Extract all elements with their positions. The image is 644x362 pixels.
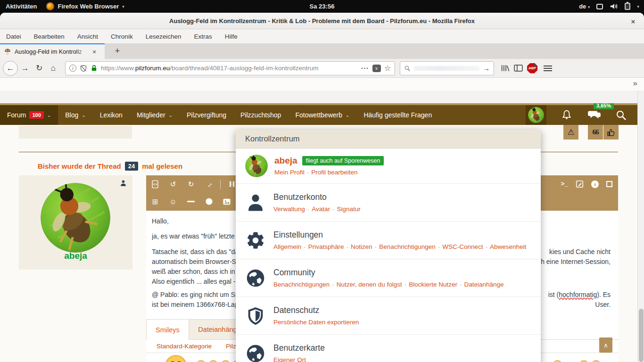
link-signatur[interactable]: Signatur: [337, 206, 361, 213]
link-notizen[interactable]: Notizen: [351, 243, 372, 250]
sidebar-icon[interactable]: [514, 64, 523, 72]
bookmark-star-icon[interactable]: ☆: [384, 64, 391, 73]
menu-chronik[interactable]: Chronik: [111, 33, 133, 40]
bookmarks-overflow-icon[interactable]: »: [633, 79, 637, 88]
new-tab-button[interactable]: +: [111, 45, 124, 57]
conversations-icon[interactable]: 3,65%: [587, 108, 601, 122]
search-input[interactable]: [413, 66, 480, 71]
maximize-editor-icon[interactable]: ↔: [200, 180, 218, 188]
link-daten-exportieren[interactable]: Persönliche Daten exportieren: [273, 319, 359, 326]
smiley-grin-book[interactable]: [163, 354, 189, 362]
link-allgemein[interactable]: Allgemein: [273, 243, 301, 250]
link-blockierte-nutzer[interactable]: Blockierte Nutzer: [409, 281, 457, 288]
report-post-button[interactable]: ⚠: [563, 125, 578, 140]
nav-item-mitglieder[interactable]: Mitglieder⌄: [130, 105, 180, 125]
link-abwesenheit[interactable]: Abwesenheit: [490, 243, 526, 250]
reload-button[interactable]: ↻: [32, 61, 46, 75]
page-info-icon[interactable]: i: [69, 65, 76, 72]
nav-item-faq[interactable]: Häufig gestellte Fragen: [356, 105, 439, 125]
link-nutzer-folgst[interactable]: Nutzer, denen du folgst: [337, 281, 402, 288]
active-tab[interactable]: Auslogg-Feld im Kontrollz ×: [0, 43, 105, 59]
scrollbar-thumb[interactable]: [639, 309, 644, 362]
smiley-face-open[interactable]: [578, 360, 589, 362]
redo-icon[interactable]: ↻: [182, 180, 200, 189]
user-avatar-menu[interactable]: [526, 105, 546, 125]
menu-lesezeichen[interactable]: Lesezeichen: [146, 33, 182, 40]
editor-info-icon[interactable]: i: [591, 181, 599, 188]
user-avatar[interactable]: [245, 155, 268, 177]
menu-hilfe[interactable]: Hilfe: [225, 33, 238, 40]
smiley-face[interactable]: [208, 360, 219, 362]
like-post-button[interactable]: [603, 125, 619, 140]
screen-icon[interactable]: [596, 4, 603, 9]
window-titlebar[interactable]: Auslogg-Feld im Kontrollzentrum - Kritik…: [0, 13, 644, 29]
nav-item-forum[interactable]: Forum 100 ⌄: [0, 105, 58, 125]
category-standard[interactable]: Standard-Kategorie: [157, 343, 212, 350]
page-actions-icon[interactable]: ···: [361, 65, 369, 72]
smiley-face[interactable]: [220, 360, 231, 362]
notifications-bell-icon[interactable]: [561, 109, 573, 121]
undo-icon[interactable]: ↺: [164, 180, 182, 189]
forward-button[interactable]: →: [18, 61, 32, 75]
author-avatar[interactable]: [41, 183, 110, 253]
menu-extras[interactable]: Extras: [194, 33, 212, 40]
edit-draft-icon[interactable]: [576, 180, 584, 188]
source-code-icon[interactable]: [146, 180, 164, 189]
link-profil-bearbeiten[interactable]: Profil bearbeiten: [311, 169, 357, 176]
link-benachrichtigungen-community[interactable]: Benachrichtigungen: [273, 281, 330, 288]
site-search-icon[interactable]: [615, 109, 627, 121]
smiley-face-blush[interactable]: [591, 360, 602, 362]
nav-item-pilzvergiftung[interactable]: Pilzvergiftung: [180, 105, 233, 125]
smiley-face[interactable]: [196, 360, 206, 362]
system-menu-caret-icon[interactable]: ▾: [637, 4, 639, 9]
insert-smiley-icon[interactable]: ☺: [164, 197, 182, 206]
fullscreen-box-icon[interactable]: [606, 181, 612, 187]
home-button[interactable]: ⌂: [46, 61, 60, 75]
terminal-bbcode-icon[interactable]: >_: [561, 181, 568, 188]
search-bar[interactable]: →: [400, 61, 494, 75]
volume-icon[interactable]: [610, 3, 618, 10]
quote-post-button[interactable]: 66: [588, 125, 603, 140]
browser-scrollbar[interactable]: [637, 90, 644, 362]
clock[interactable]: Sa 23:56: [0, 3, 644, 10]
section-benutzerkarte: Benutzerkarte Eigener Ort: [236, 334, 541, 362]
smiley-cross[interactable]: ×: [541, 359, 546, 362]
menu-ansicht[interactable]: Ansicht: [77, 33, 98, 40]
library-icon[interactable]: [501, 64, 510, 72]
url-bar[interactable]: i https://www.pilzforum.eu/board/thread/…: [65, 61, 395, 75]
author-username[interactable]: abeja: [19, 251, 132, 261]
insert-link-icon[interactable]: [200, 197, 218, 206]
link-wsc-connect[interactable]: WSC-Connect: [442, 243, 483, 250]
window-close-button[interactable]: ×: [628, 16, 638, 26]
menu-datei[interactable]: Datei: [6, 33, 21, 40]
tab-smileys[interactable]: Smileys: [146, 319, 189, 340]
nav-item-pilzzuchtshop[interactable]: Pilzzuchtshop: [233, 105, 288, 125]
search-go-icon[interactable]: →: [483, 64, 490, 72]
link-privatsphaere[interactable]: Privatsphäre: [308, 243, 344, 250]
keyboard-layout-indicator[interactable]: de ▾: [579, 3, 590, 10]
nav-item-fotowettbewerb[interactable]: Fotowettbewerb⌄: [288, 105, 356, 125]
pocket-icon[interactable]: ∨: [372, 65, 381, 72]
nav-item-blog[interactable]: Blog⌄: [58, 105, 92, 125]
link-mein-profil[interactable]: Mein Profil: [274, 169, 305, 176]
horizontal-rule-icon[interactable]: [182, 201, 200, 202]
link-dateianhaenge[interactable]: Dateianhänge: [464, 281, 504, 288]
scroll-to-top-button[interactable]: ∧: [599, 337, 612, 353]
link-eigener-ort[interactable]: Eigener Ort: [273, 356, 306, 362]
menu-hamburger-icon[interactable]: [544, 66, 552, 71]
tracking-protection-icon[interactable]: [80, 65, 87, 72]
link-benachrichtigungen[interactable]: Benachrichtigungen: [379, 243, 435, 250]
adblock-plus-icon[interactable]: ABP 3: [527, 63, 537, 74]
nav-item-lexikon[interactable]: Lexikon: [93, 105, 130, 125]
menu-bearbeiten[interactable]: Bearbeiten: [34, 33, 65, 40]
insert-image-icon[interactable]: [218, 198, 236, 206]
username-link[interactable]: abeja: [274, 156, 297, 166]
link-verwaltung[interactable]: Verwaltung: [273, 206, 305, 213]
link-avatar[interactable]: Avatar: [312, 206, 330, 213]
insert-table-icon[interactable]: ⊞: [146, 197, 164, 206]
https-lock-icon[interactable]: [91, 65, 98, 72]
battery-icon[interactable]: [625, 3, 630, 10]
smiley-face[interactable]: [552, 360, 563, 362]
tab-close-icon[interactable]: ×: [92, 48, 96, 56]
back-button[interactable]: ←: [3, 61, 18, 76]
